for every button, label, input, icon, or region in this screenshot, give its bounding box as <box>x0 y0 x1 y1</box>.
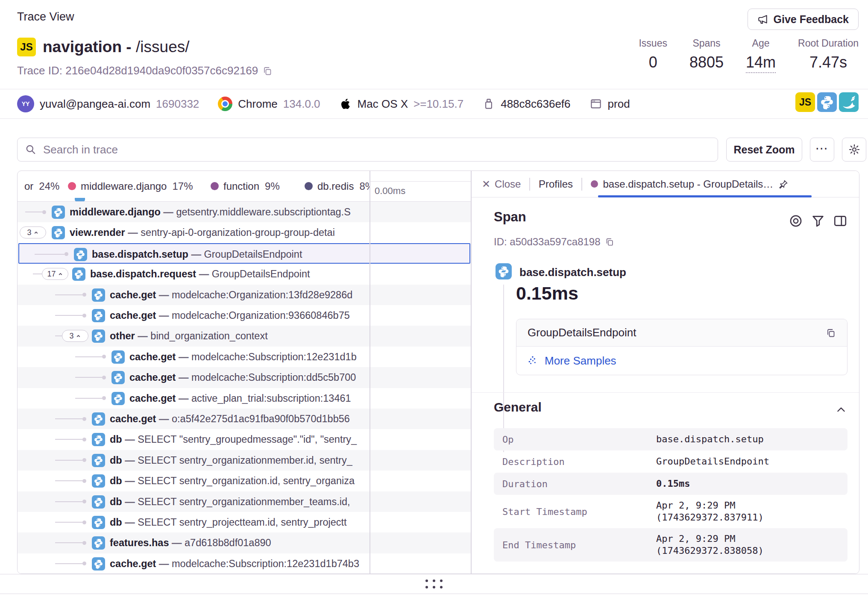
user-item[interactable]: YY yuval@pangea-ai.com 1690332 <box>17 95 199 112</box>
javascript-icon: JS <box>795 92 815 112</box>
trace-tree-row[interactable]: cache.get — modelcache:Subscription:dd5c… <box>18 367 471 388</box>
trace-tree-row[interactable]: db — SELECT "sentry_groupedmessage"."id"… <box>18 429 471 450</box>
legend-dot <box>305 182 313 190</box>
timeline-left-divider[interactable] <box>369 171 370 574</box>
trace-tree-row[interactable]: db — SELECT sentry_organization.id, sent… <box>18 471 471 491</box>
trace-waterfall-container: middleware.django — getsentry.middleware… <box>17 171 859 574</box>
span-id: ID: a50d33a597ca8198 <box>494 236 601 248</box>
span-row-label: cache.get — modelcache:Organization:9366… <box>110 310 369 321</box>
tree-connector <box>25 212 42 212</box>
python-icon <box>92 433 105 446</box>
span-row-label: base.dispatch.request — GroupDetailsEndp… <box>90 268 369 280</box>
tree-connector-dot <box>82 293 86 297</box>
tree-connector <box>55 418 82 419</box>
span-row-label: db — SELECT "sentry_groupedmessage"."id"… <box>110 434 369 445</box>
trace-tree-row[interactable]: cache.get — modelcache:Organization:13fd… <box>18 285 471 305</box>
close-icon: ✕ <box>482 178 490 190</box>
tree-connector <box>55 480 82 481</box>
trace-tree-row[interactable]: 3view.render — sentry-api-0-organization… <box>18 222 471 243</box>
general-key: Start Timestamp <box>502 506 656 517</box>
tree-connector-dot <box>82 479 86 483</box>
give-feedback-button[interactable]: Give Feedback <box>748 9 859 30</box>
python-icon <box>111 371 125 384</box>
python-icon <box>72 268 85 281</box>
span-row-label: cache.get — modelcache:Subscription:dd5c… <box>129 372 369 383</box>
divider <box>0 89 868 89</box>
event-name: navigation - <box>43 38 132 56</box>
tree-connector-dot <box>82 458 86 462</box>
tab-span-details[interactable]: base.dispatch.setup - GroupDetails… <box>591 178 789 190</box>
trace-tree-row[interactable]: cache.get — modelcache:Organization:9366… <box>18 305 471 326</box>
span-row-label: cache.get — o:a5f42e275d1ac91fba90f0b570… <box>110 413 369 425</box>
reset-zoom-button[interactable]: Reset Zoom <box>726 138 802 162</box>
megaphone-icon <box>757 14 768 25</box>
general-table: Opbase.dispatch.setupDescriptionGroupDet… <box>494 428 847 562</box>
trace-tree-row[interactable]: cache.get — o:a5f42e275d1ac91fba90f0b570… <box>18 409 471 429</box>
tree-connector <box>35 254 65 255</box>
side-panel-layout-icon[interactable] <box>833 214 847 228</box>
trace-tree-row[interactable]: db — SELECT sentry_organizationmember.id… <box>18 450 471 471</box>
copy-icon[interactable] <box>605 237 614 247</box>
span-row-label: db — SELECT sentry_organizationmember.id… <box>110 455 369 466</box>
general-section-heading: General <box>494 400 542 415</box>
apple-icon <box>339 97 352 110</box>
funnel-icon[interactable] <box>811 214 825 228</box>
python-icon <box>92 329 105 343</box>
copy-icon[interactable] <box>262 66 273 76</box>
drawer-resize-bar <box>0 574 868 594</box>
tree-connector <box>55 501 82 502</box>
active-tab-indicator <box>598 195 812 197</box>
collapse-children-badge[interactable]: 3 <box>20 226 46 238</box>
general-table-row: Start TimestampApr 2, 9:29 PM(1743629372… <box>494 495 847 528</box>
tree-connector <box>75 377 102 378</box>
divider <box>0 118 868 119</box>
tree-connector-dot <box>82 562 86 565</box>
close-panel-button[interactable]: ✕ Close <box>482 178 521 190</box>
drag-handle[interactable] <box>425 579 443 588</box>
span-row-label: cache.get — modelcache:Subscription:12e2… <box>110 558 369 570</box>
trace-tree-row[interactable]: 17base.dispatch.request — GroupDetailsEn… <box>18 264 471 284</box>
user-id: 1690332 <box>156 97 199 111</box>
tree-connector <box>55 522 82 523</box>
python-icon <box>92 474 105 488</box>
give-feedback-label: Give Feedback <box>774 13 849 26</box>
trace-tree-row[interactable]: 3other — bind_organization_context <box>18 326 471 346</box>
span-row-label: base.dispatch.setup — GroupDetailsEndpoi… <box>92 249 371 260</box>
trace-tree-row[interactable]: cache.get — active_plan_trial:subscripti… <box>18 388 471 409</box>
copy-icon[interactable] <box>826 328 836 338</box>
span-row-label: features.has — a7d618b8df01a890 <box>110 537 369 549</box>
trace-tree-row[interactable]: cache.get — modelcache:Subscription:12e2… <box>18 553 471 574</box>
collapse-children-badge[interactable]: 3 <box>62 330 88 342</box>
chevron-up-icon[interactable] <box>836 404 847 415</box>
profiling-dots-icon <box>528 355 539 366</box>
python-icon <box>92 516 105 529</box>
trace-tree-row[interactable]: db — SELECT sentry_organizationmember_te… <box>18 491 471 512</box>
tree-connector <box>55 315 82 316</box>
trace-title-row: JS navigation - /issues/ <box>17 38 190 56</box>
pin-icon[interactable] <box>778 179 789 189</box>
more-options-button[interactable]: ⋯ <box>810 138 834 162</box>
python-icon <box>111 392 125 405</box>
platform-icons: JS <box>795 92 859 112</box>
python-icon <box>92 536 105 550</box>
tree-connector-dot <box>42 210 46 214</box>
tab-profiles[interactable]: Profiles <box>539 178 573 190</box>
general-key: Duration <box>502 479 656 489</box>
trace-tree-row[interactable]: cache.get — modelcache:Subscription:12e2… <box>18 347 471 367</box>
search-input[interactable] <box>42 143 710 157</box>
divider <box>18 201 471 202</box>
trace-tree-row[interactable]: db — SELECT sentry_projectteam.id, sentr… <box>18 512 471 532</box>
tree-connector <box>55 542 82 543</box>
settings-button[interactable] <box>842 138 866 162</box>
chevron-up-icon <box>33 230 39 235</box>
more-samples-link[interactable]: More Samples <box>545 354 616 368</box>
python-icon <box>92 309 105 322</box>
python-icon <box>52 226 65 239</box>
collapse-children-badge[interactable]: 17 <box>42 268 68 280</box>
span-row-label: cache.get — modelcache:Organization:13fd… <box>110 289 369 301</box>
trace-tree-row[interactable]: features.has — a7d618b8df01a890 <box>18 532 471 553</box>
trace-tree-row[interactable]: middleware.django — getsentry.middleware… <box>18 202 471 222</box>
focus-span-icon[interactable] <box>789 214 803 228</box>
trace-tree-row-selected[interactable]: base.dispatch.setup — GroupDetailsEndpoi… <box>18 243 470 264</box>
stat-age: Age 14m <box>746 38 776 73</box>
